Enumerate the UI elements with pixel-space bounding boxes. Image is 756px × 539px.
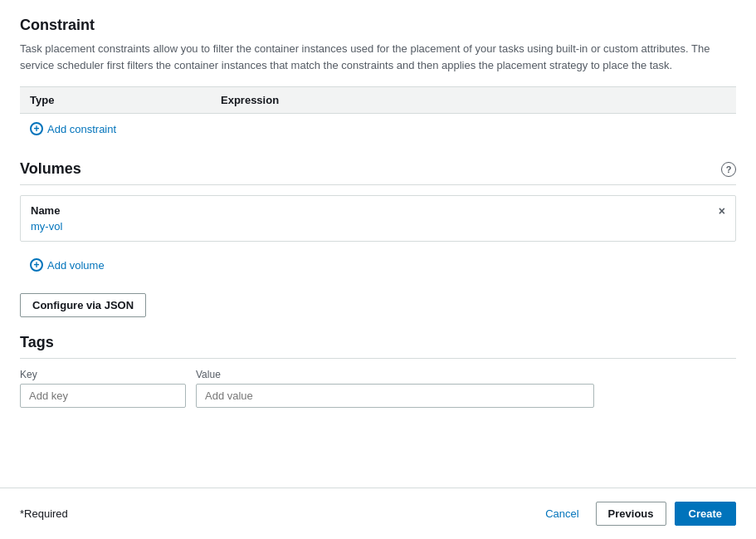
add-volume-button[interactable]: + Add volume bbox=[20, 250, 115, 280]
previous-button[interactable]: Previous bbox=[596, 502, 666, 526]
footer-buttons: Cancel Previous Create bbox=[537, 502, 736, 526]
volume-remove-icon[interactable]: × bbox=[719, 204, 725, 218]
tags-section: Tags Key Value bbox=[20, 334, 736, 408]
key-label: Key bbox=[20, 369, 186, 380]
create-button[interactable]: Create bbox=[675, 502, 736, 526]
footer: *Required Cancel Previous Create bbox=[0, 488, 756, 539]
volumes-help-icon[interactable]: ? bbox=[721, 162, 736, 177]
volume-name-group: Name my-vol bbox=[31, 204, 62, 233]
col-type-header: Type bbox=[30, 94, 221, 106]
constraint-title: Constraint bbox=[20, 17, 736, 34]
volume-card-header: Name my-vol × bbox=[31, 204, 725, 233]
tags-title: Tags bbox=[20, 334, 736, 359]
add-volume-label: Add volume bbox=[47, 259, 105, 272]
configure-json-button[interactable]: Configure via JSON bbox=[20, 293, 146, 317]
tags-fields: Key Value bbox=[20, 369, 736, 408]
volume-name-value[interactable]: my-vol bbox=[31, 220, 62, 233]
required-text: *Required bbox=[20, 507, 68, 520]
cancel-button[interactable]: Cancel bbox=[537, 502, 587, 525]
volumes-header: Volumes ? bbox=[20, 160, 736, 185]
volume-card: Name my-vol × bbox=[20, 195, 736, 242]
value-field-group: Value bbox=[196, 369, 594, 408]
value-label: Value bbox=[196, 369, 594, 380]
value-input[interactable] bbox=[196, 384, 594, 408]
volumes-title: Volumes bbox=[20, 160, 81, 178]
add-constraint-icon: + bbox=[30, 122, 43, 135]
key-input[interactable] bbox=[20, 384, 186, 408]
volume-name-label: Name bbox=[31, 204, 62, 217]
key-field-group: Key bbox=[20, 369, 186, 408]
constraint-table-header: Type Expression bbox=[20, 86, 736, 114]
constraint-description: Task placement constraints allow you to … bbox=[20, 41, 736, 73]
col-expression-header: Expression bbox=[221, 94, 726, 106]
add-volume-icon: + bbox=[30, 258, 43, 272]
add-constraint-label: Add constraint bbox=[47, 123, 116, 135]
add-constraint-button[interactable]: + Add constraint bbox=[20, 114, 126, 144]
volumes-section: Volumes ? Name my-vol × + Add volume bbox=[20, 160, 736, 280]
